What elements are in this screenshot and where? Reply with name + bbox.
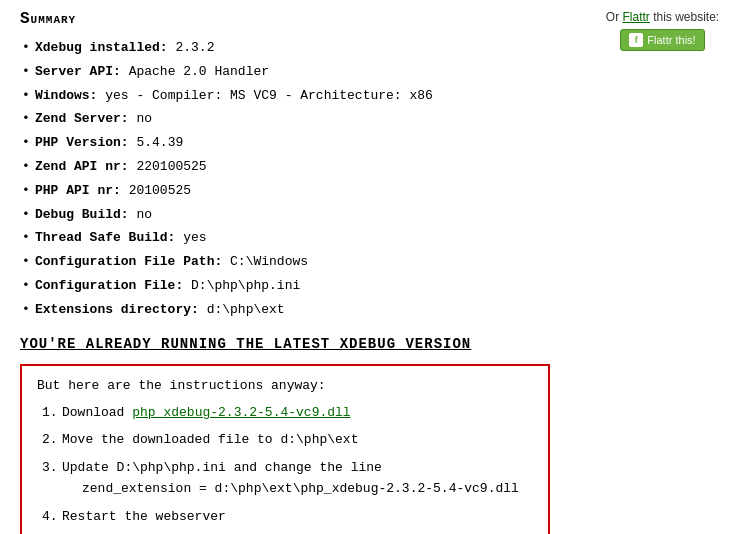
list-item: Windows: yes - Compiler: MS VC9 - Archit… (20, 86, 550, 107)
instructions-box: But here are the instructions anyway: Do… (20, 364, 550, 534)
list-item: Download php_xdebug-2.3.2-5.4-vc9.dll (37, 403, 533, 423)
item-label: Debug Build: (35, 207, 129, 222)
list-item: PHP API nr: 20100525 (20, 181, 550, 202)
list-item: Debug Build: no (20, 205, 550, 226)
item-label: Xdebug installed: (35, 40, 168, 55)
list-item: Thread Safe Build: yes (20, 228, 550, 249)
list-item: Server API: Apache 2.0 Handler (20, 62, 550, 83)
list-item: Zend API nr: 220100525 (20, 157, 550, 178)
step-text: Update D:\php\php.ini and change the lin… (62, 460, 382, 475)
item-label: Extensions directory: (35, 302, 199, 317)
flattr-button-label: Flattr this! (647, 34, 695, 46)
list-item: Update D:\php\php.ini and change the lin… (37, 458, 533, 499)
item-label: PHP API nr: (35, 183, 121, 198)
flattr-link[interactable]: Flattr (622, 10, 649, 24)
item-label: Zend API nr: (35, 159, 129, 174)
list-item: Zend Server: no (20, 109, 550, 130)
list-item: Move the downloaded file to d:\php\ext (37, 430, 533, 450)
download-link[interactable]: php_xdebug-2.3.2-5.4-vc9.dll (132, 405, 350, 420)
list-item: Extensions directory: d:\php\ext (20, 300, 550, 321)
list-item: Restart the webserver (37, 507, 533, 527)
step-text: Move the downloaded file to d:\php\ext (62, 432, 358, 447)
list-item: Configuration File: D:\php\php.ini (20, 276, 550, 297)
instructions-intro: But here are the instructions anyway: (37, 378, 533, 393)
instructions-list: Download php_xdebug-2.3.2-5.4-vc9.dll Mo… (37, 403, 533, 527)
latest-version-title: You're already running the latest Xdebug… (20, 336, 550, 352)
step-text: Download (62, 405, 132, 420)
item-label: Configuration File: (35, 278, 183, 293)
sidebar-website-text: this website: (653, 10, 719, 24)
main-content: Summary Xdebug installed: 2.3.2 Server A… (0, 0, 570, 534)
item-label: PHP Version: (35, 135, 129, 150)
item-label: Configuration File Path: (35, 254, 222, 269)
summary-list: Xdebug installed: 2.3.2 Server API: Apac… (20, 38, 550, 321)
item-label: Thread Safe Build: (35, 230, 175, 245)
flattr-icon: f (629, 33, 643, 47)
sidebar-or-text: Or Flattr this website: (585, 10, 740, 24)
list-item: PHP Version: 5.4.39 (20, 133, 550, 154)
item-label: Windows: (35, 88, 97, 103)
list-item: Xdebug installed: 2.3.2 (20, 38, 550, 59)
code-line: zend_extension = d:\php\ext\php_xdebug-2… (62, 479, 533, 499)
flattr-button[interactable]: f Flattr this! (620, 29, 704, 51)
sidebar: Or Flattr this website: f Flattr this! (575, 0, 750, 61)
item-label: Zend Server: (35, 111, 129, 126)
item-label: Server API: (35, 64, 121, 79)
step-text: Restart the webserver (62, 509, 226, 524)
list-item: Configuration File Path: C:\Windows (20, 252, 550, 273)
summary-title: Summary (20, 10, 550, 28)
